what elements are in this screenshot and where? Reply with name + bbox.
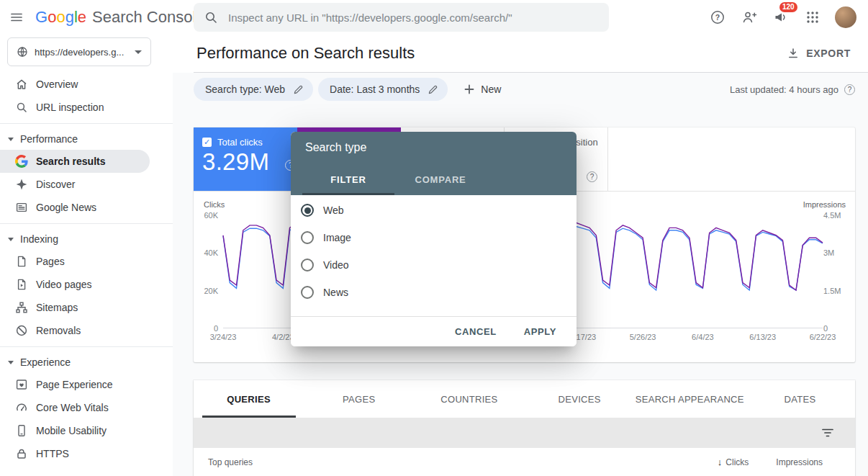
user-add-icon[interactable] — [740, 8, 759, 27]
filter-icon[interactable] — [816, 425, 839, 441]
impressions-header[interactable]: Impressions — [776, 457, 823, 467]
apply-button[interactable]: APPLY — [520, 325, 561, 338]
option-label: Image — [323, 232, 351, 243]
x-axis-tick: 5/26/23 — [630, 333, 656, 341]
sidebar-item-label: Removals — [36, 325, 81, 336]
sidebar-item-sitemaps[interactable]: Sitemaps — [0, 296, 150, 319]
download-icon — [787, 47, 800, 60]
property-selector[interactable]: https://developers.g... — [7, 37, 151, 66]
dialog-footer: CANCEL APPLY — [291, 316, 577, 346]
tab-queries[interactable]: QUERIES — [194, 380, 304, 418]
search-type-option-news[interactable]: News — [291, 279, 577, 306]
option-label: Web — [323, 205, 344, 216]
last-updated-text: Last updated: 4 hours ago — [730, 84, 838, 95]
dialog-tabs: FILTERCOMPARE — [291, 163, 577, 195]
page-title: Performance on Search results — [196, 44, 415, 63]
total-clicks-card[interactable]: ✓ Total clicks 3.29M ? — [194, 127, 297, 191]
product-name: Search Console — [92, 8, 205, 27]
search-icon — [15, 101, 28, 114]
sidebar-divider — [0, 123, 173, 124]
discover-icon — [15, 178, 28, 191]
pages-icon — [15, 255, 28, 268]
new-filter-button[interactable]: New — [458, 82, 505, 96]
clicks-header[interactable]: Clicks — [725, 457, 749, 467]
sidebar-item-label: Sitemaps — [36, 302, 78, 313]
apps-grid-icon[interactable] — [803, 8, 822, 27]
search-type-dialog: Search type FILTERCOMPARE WebImageVideoN… — [291, 132, 577, 346]
radio-unselected-icon — [301, 231, 314, 244]
page-experience-icon — [15, 378, 28, 391]
dialog-tab-compare[interactable]: COMPARE — [394, 163, 487, 195]
search-type-option-video[interactable]: Video — [291, 251, 577, 279]
sidebar: OverviewURL inspectionPerformanceSearch … — [0, 35, 173, 476]
sidebar-section-performance[interactable]: Performance — [0, 128, 173, 150]
active-tab-underline — [202, 416, 296, 418]
sidebar-item-label: Mobile Usability — [36, 425, 107, 436]
sidebar-item-core-web-vitals[interactable]: Core Web Vitals — [0, 396, 150, 419]
chevron-down-icon — [135, 50, 142, 54]
help-icon[interactable]: ? — [708, 8, 727, 27]
sidebar-section-indexing[interactable]: Indexing — [0, 228, 173, 250]
date-chip-label: Date: Last 3 months — [330, 84, 420, 95]
sidebar-item-label: Page Experience — [36, 379, 113, 390]
radio-unselected-icon — [301, 259, 314, 271]
sidebar-item-google-news[interactable]: Google News — [0, 196, 150, 219]
sidebar-item-video-pages[interactable]: Video pages — [0, 273, 150, 296]
sidebar-item-overview[interactable]: Overview — [0, 73, 150, 96]
url-inspect-searchbox[interactable] — [194, 3, 609, 32]
sidebar-item-label: Core Web Vitals — [36, 402, 109, 413]
help-icon[interactable]: ? — [844, 84, 855, 95]
sitemaps-icon — [15, 301, 28, 314]
sidebar-section-experience[interactable]: Experience — [0, 351, 173, 373]
sidebar-item-url-inspection[interactable]: URL inspection — [0, 96, 150, 119]
date-filter-chip[interactable]: Date: Last 3 months — [318, 78, 448, 101]
search-type-chip[interactable]: Search type: Web — [194, 78, 313, 101]
dialog-title: Search type — [291, 132, 577, 163]
search-type-option-image[interactable]: Image — [291, 224, 577, 251]
announcements-icon[interactable]: 120 — [772, 8, 790, 27]
y-axis-tick: 4.5M — [823, 210, 853, 220]
radio-unselected-icon — [301, 286, 314, 299]
sidebar-item-label: HTTPS — [36, 448, 69, 459]
sidebar-item-https[interactable]: HTTPS — [0, 442, 150, 465]
removals-icon — [15, 324, 28, 337]
y-axis-tick: 20K — [194, 286, 218, 296]
y-axis-tick: 0 — [823, 323, 853, 333]
dialog-header: Search type FILTERCOMPARE — [291, 132, 577, 195]
help-icon[interactable]: ? — [587, 171, 597, 182]
hamburger-menu-icon[interactable] — [7, 8, 26, 27]
queries-table-card: QUERIESPAGESCOUNTRIESDEVICESSEARCH APPEA… — [194, 380, 855, 476]
sidebar-item-pages[interactable]: Pages — [0, 250, 150, 273]
tab-pages[interactable]: PAGES — [304, 380, 414, 418]
tab-search-appearance[interactable]: SEARCH APPEARANCE — [635, 380, 745, 418]
chevron-down-icon — [8, 138, 14, 141]
tab-countries[interactable]: COUNTRIES — [414, 380, 524, 418]
sidebar-item-search-results[interactable]: Search results — [0, 150, 150, 173]
video-pages-icon — [15, 278, 28, 291]
news-icon — [15, 201, 28, 214]
cancel-button[interactable]: CANCEL — [451, 325, 501, 338]
svg-text:?: ? — [715, 13, 720, 22]
search-type-option-web[interactable]: Web — [291, 197, 577, 224]
option-label: News — [323, 287, 348, 298]
edit-pencil-icon — [428, 84, 438, 95]
sidebar-item-mobile-usability[interactable]: Mobile Usability — [0, 419, 150, 442]
sidebar-item-discover[interactable]: Discover — [0, 173, 150, 196]
export-label: EXPORT — [806, 48, 851, 59]
sidebar-item-removals[interactable]: Removals — [0, 319, 150, 342]
x-axis-tick: 6/4/23 — [692, 333, 714, 341]
table-header-row: Top queries ↓ Clicks Impressions — [194, 448, 855, 476]
export-button[interactable]: EXPORT — [782, 42, 855, 64]
sidebar-item-page-experience[interactable]: Page Experience — [0, 373, 150, 396]
sidebar-item-label: Google News — [36, 202, 96, 213]
table-tabs: QUERIESPAGESCOUNTRIESDEVICESSEARCH APPEA… — [194, 380, 855, 418]
google-search-console-logo: Google Search Console — [35, 8, 205, 27]
url-inspect-input[interactable] — [227, 11, 599, 24]
tab-dates[interactable]: DATES — [745, 380, 855, 418]
avatar[interactable] — [835, 6, 856, 28]
radio-selected-icon — [301, 204, 314, 217]
dialog-tab-filter[interactable]: FILTER — [302, 163, 394, 195]
tab-devices[interactable]: DEVICES — [525, 380, 635, 418]
left-axis-title: Clicks — [204, 200, 225, 209]
page-header: Performance on Search results EXPORT — [173, 35, 868, 73]
